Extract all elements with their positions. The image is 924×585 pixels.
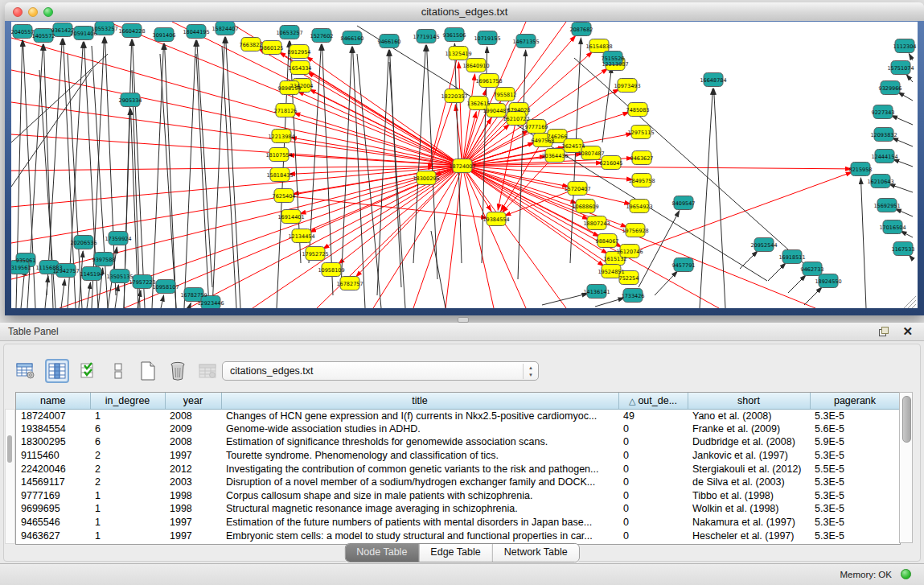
cell-name[interactable]: 18300295 bbox=[16, 435, 90, 449]
cell-pagerank[interactable]: 5.3E-5 bbox=[810, 489, 900, 503]
cell-pagerank[interactable]: 5.6E-5 bbox=[810, 422, 900, 436]
column-header-in_degree[interactable]: in_degree bbox=[90, 393, 165, 409]
cell-name[interactable]: 19384554 bbox=[16, 422, 90, 436]
graph-edge[interactable] bbox=[222, 46, 236, 308]
cell-in_degree[interactable]: 6 bbox=[90, 422, 165, 436]
cell-out_de[interactable]: 0 bbox=[618, 502, 688, 516]
table-row[interactable]: 969969511998Structural magnetic resonanc… bbox=[16, 502, 900, 516]
cell-year[interactable]: 2008 bbox=[165, 409, 221, 422]
table-row[interactable]: 911546021997Tourette syndrome. Phenomeno… bbox=[16, 449, 900, 463]
graph-edge[interactable] bbox=[226, 37, 240, 308]
graph-edge[interactable] bbox=[353, 47, 365, 308]
cell-pagerank[interactable]: 5.9E-5 bbox=[810, 435, 900, 449]
table-select-dropdown[interactable]: citations_edges.txt ▲▼ bbox=[222, 361, 539, 381]
cell-in_degree[interactable]: 2 bbox=[90, 449, 165, 463]
cell-year[interactable]: 1998 bbox=[165, 489, 221, 503]
cell-pagerank[interactable]: 5.3E-5 bbox=[810, 529, 900, 542]
cell-short[interactable]: Yano et al. (2008) bbox=[688, 409, 810, 422]
graph-edge[interactable] bbox=[542, 294, 588, 305]
cell-name[interactable]: 18724007 bbox=[16, 409, 90, 422]
column-header-pagerank[interactable]: pagerank bbox=[810, 393, 900, 409]
graph-edge[interactable] bbox=[294, 113, 462, 166]
graph-edge[interactable] bbox=[197, 40, 212, 287]
cell-title[interactable]: Structural magnetic resonance image aver… bbox=[221, 502, 618, 516]
table-row[interactable]: 1938455462009Genome-wide association stu… bbox=[16, 422, 900, 436]
graph-edge[interactable] bbox=[889, 184, 913, 192]
graph-edge[interactable] bbox=[161, 295, 164, 308]
column-header-short[interactable]: short bbox=[688, 393, 810, 409]
select-rows-icon[interactable] bbox=[78, 360, 99, 381]
graph-edge[interactable] bbox=[602, 67, 612, 142]
graph-edge[interactable] bbox=[61, 279, 65, 308]
graph-edge[interactable] bbox=[21, 269, 25, 308]
cell-out_de[interactable]: 0 bbox=[618, 462, 688, 476]
graph-edge[interactable] bbox=[909, 54, 913, 60]
window-titlebar[interactable]: citations_edges.txt bbox=[5, 2, 924, 22]
cell-in_degree[interactable]: 1 bbox=[90, 516, 165, 529]
graph-edge[interactable] bbox=[595, 298, 624, 307]
tab-node-table[interactable]: Node Table bbox=[345, 544, 419, 562]
cell-out_de[interactable]: 0 bbox=[618, 516, 688, 529]
column-header-name[interactable]: name bbox=[16, 393, 90, 409]
cell-out_de[interactable]: 0 bbox=[618, 529, 688, 542]
cell-out_de[interactable]: 0 bbox=[618, 449, 688, 463]
cell-out_de[interactable]: 0 bbox=[618, 489, 688, 503]
graph-edge[interactable] bbox=[860, 178, 866, 308]
table-scrollbar[interactable] bbox=[899, 392, 913, 543]
cell-short[interactable]: Tibbo et al. (1998) bbox=[688, 489, 810, 503]
cell-year[interactable]: 2003 bbox=[165, 476, 221, 489]
graph-edge[interactable] bbox=[906, 74, 913, 82]
cell-title[interactable]: Changes of HCN gene expression and I(f) … bbox=[221, 409, 618, 422]
cell-short[interactable]: Hescheler et al. (1997) bbox=[688, 529, 810, 542]
cell-short[interactable]: de Silva et al. (2003) bbox=[688, 476, 810, 489]
cell-pagerank[interactable]: 5.3E-5 bbox=[810, 516, 900, 529]
cell-pagerank[interactable]: 5.3E-5 bbox=[810, 502, 900, 516]
cell-name[interactable]: 9465546 bbox=[16, 516, 90, 529]
graph-edge[interactable] bbox=[714, 89, 725, 308]
graph-edge[interactable] bbox=[462, 166, 630, 204]
cell-year[interactable]: 1998 bbox=[165, 502, 221, 516]
cell-name[interactable]: 9463627 bbox=[16, 529, 90, 542]
graph-edge[interactable] bbox=[429, 53, 458, 169]
cell-out_de[interactable]: 0 bbox=[618, 435, 688, 449]
select-columns-icon[interactable] bbox=[45, 359, 69, 383]
table-row[interactable]: 1456911722003Disruption of a novel membe… bbox=[16, 476, 900, 489]
table-row[interactable]: 946362711997Embryonic stem cells: a mode… bbox=[16, 529, 900, 542]
graph-edge[interactable] bbox=[11, 166, 462, 171]
graph-edge[interactable] bbox=[462, 166, 852, 169]
table-row[interactable]: 1872400712008Changes of HCN gene express… bbox=[16, 409, 900, 422]
graph-edge[interactable] bbox=[152, 43, 164, 308]
cell-title[interactable]: Disruption of a novel member of a sodium… bbox=[221, 476, 618, 489]
table-settings-icon[interactable] bbox=[15, 360, 36, 381]
cell-out_de[interactable]: 0 bbox=[618, 422, 688, 436]
table-row[interactable]: 2242004622012Investigating the contribut… bbox=[16, 462, 900, 476]
left-scrollbar[interactable] bbox=[5, 409, 15, 544]
graph-edge[interactable] bbox=[87, 282, 90, 308]
cell-in_degree[interactable]: 1 bbox=[90, 409, 165, 422]
panel-divider-handle[interactable] bbox=[458, 317, 469, 323]
cell-title[interactable]: Estimation of significance thresholds fo… bbox=[221, 435, 618, 449]
memory-status-indicator[interactable] bbox=[901, 569, 911, 579]
cell-in_degree[interactable]: 1 bbox=[90, 502, 165, 516]
graph-edge[interactable] bbox=[891, 115, 913, 125]
cell-pagerank[interactable]: 5.5E-5 bbox=[810, 462, 900, 476]
graph-edge[interactable] bbox=[298, 92, 462, 166]
network-canvas[interactable]: 1872400718300295193845547663822986012589… bbox=[11, 22, 918, 308]
cell-title[interactable]: Corpus callosum shape and size in male p… bbox=[221, 489, 618, 503]
graph-edge[interactable] bbox=[893, 159, 913, 167]
column-header-year[interactable]: year bbox=[165, 393, 221, 409]
cell-in_degree[interactable]: 2 bbox=[90, 462, 165, 476]
cell-short[interactable]: Nakamura et al. (1997) bbox=[688, 516, 810, 529]
float-panel-icon[interactable] bbox=[879, 327, 889, 336]
graph-edge[interactable] bbox=[47, 39, 62, 295]
cell-name[interactable]: 14569117 bbox=[16, 476, 90, 489]
cell-short[interactable]: Wolkin et al. (1998) bbox=[688, 502, 810, 516]
graph-edge[interactable] bbox=[898, 92, 913, 101]
graph-edge[interactable] bbox=[307, 72, 462, 166]
tab-edge-table[interactable]: Edge Table bbox=[419, 544, 492, 562]
graph-edge[interactable] bbox=[768, 263, 786, 281]
cell-in_degree[interactable]: 6 bbox=[90, 435, 165, 449]
graph-edge[interactable] bbox=[740, 251, 758, 269]
cell-year[interactable]: 2012 bbox=[165, 462, 221, 476]
cell-year[interactable]: 1997 bbox=[165, 529, 221, 542]
